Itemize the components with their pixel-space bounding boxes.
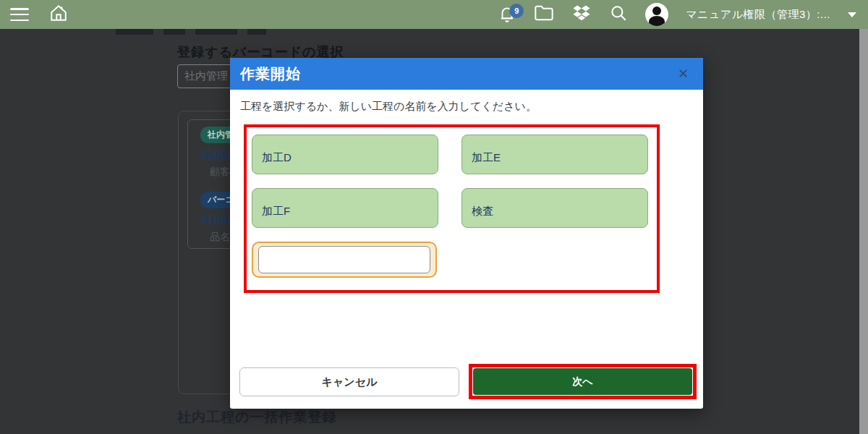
user-avatar[interactable] — [645, 3, 668, 26]
close-icon[interactable]: ✕ — [673, 66, 693, 82]
notification-count-badge: 9 — [509, 4, 524, 18]
next-button[interactable]: 次へ — [473, 368, 692, 395]
scrollbar[interactable] — [859, 29, 868, 434]
next-button-highlight: 次へ — [469, 364, 697, 399]
batch-register-section-title: 社内工程の一括作業登録 — [177, 408, 336, 427]
user-name-label: マニュアル権限（管理3）:... — [686, 8, 830, 22]
clipped-page-heading — [116, 29, 266, 35]
screen: 登録するバーコードの選択 社内管理 社内管 22050 顧客名 バーコ 9185… — [0, 0, 868, 434]
dialog-title: 作業開始 — [240, 64, 301, 84]
menu-icon[interactable] — [10, 8, 29, 21]
process-option-kako-f[interactable]: 加工F — [252, 188, 438, 228]
process-option-grid: 加工D 加工E 加工F 検査 — [252, 135, 652, 228]
process-option-kako-e[interactable]: 加工E — [461, 135, 648, 174]
app-header: 9 — [0, 0, 868, 29]
search-icon[interactable] — [609, 4, 628, 25]
dialog-instruction: 工程を選択するか、新しい工程の名前を入力してください。 — [240, 100, 537, 114]
new-process-input[interactable] — [258, 246, 430, 273]
process-selection-highlight: 加工D 加工E 加工F 検査 — [244, 124, 660, 293]
process-option-kensa[interactable]: 検査 — [461, 188, 648, 228]
dropbox-icon[interactable] — [571, 4, 592, 25]
home-icon[interactable] — [49, 4, 68, 25]
barcode-select-value: 社内管理 — [184, 69, 228, 83]
cancel-button[interactable]: キャンセル — [239, 367, 459, 396]
dialog-header: 作業開始 ✕ — [230, 58, 703, 90]
start-work-dialog: 作業開始 ✕ 工程を選択するか、新しい工程の名前を入力してください。 加工D 加… — [230, 58, 703, 409]
chevron-down-icon[interactable] — [848, 12, 856, 17]
new-process-input-wrap — [252, 242, 437, 278]
folder-icon[interactable] — [534, 4, 554, 25]
process-option-kako-d[interactable]: 加工D — [252, 135, 438, 174]
notifications-button[interactable]: 9 — [498, 5, 516, 24]
